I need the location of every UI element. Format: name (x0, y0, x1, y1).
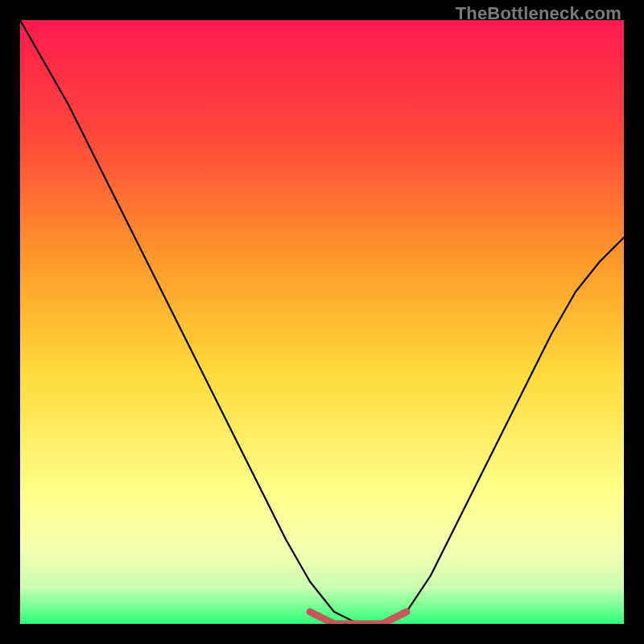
watermark-text: TheBottleneck.com (456, 3, 621, 24)
gradient-background (20, 20, 624, 624)
chart-canvas (20, 20, 624, 624)
chart-frame: TheBottleneck.com (0, 0, 644, 644)
